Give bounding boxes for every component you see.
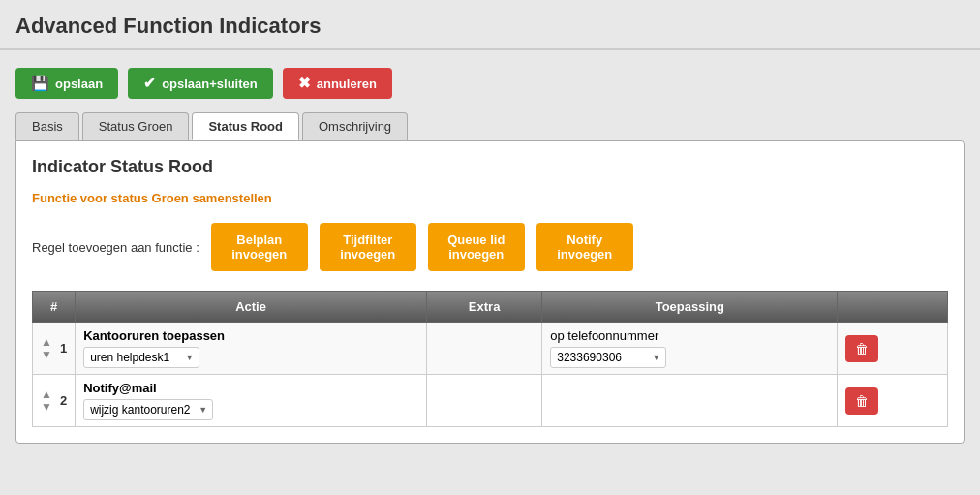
action-select-1[interactable]: uren helpdesk1 uren helpdesk2 [83,347,199,368]
row-number-1: 1 [60,341,67,356]
toepassing-cell-2 [542,375,838,427]
content-title: Indicator Status Rood [32,157,948,177]
tab-bar: Basis Status Groen Status Rood Omschrijv… [0,112,980,140]
table-row: ▲ ▼ 1 Kantooruren toepassen uren helpdes… [33,323,948,375]
tab-omschrijving[interactable]: Omschrijving [302,112,408,140]
col-header-num: # [33,292,76,323]
sort-up-icon[interactable]: ▲ [41,388,52,400]
tab-status-rood[interactable]: Status Rood [192,112,299,140]
save-button[interactable]: 💾 opslaan [15,68,118,99]
tab-basis[interactable]: Basis [15,112,79,140]
action-name-1: Kantooruren toepassen [83,328,418,343]
action-select-2[interactable]: wijzig kantooruren2 wijzig kantooruren3 [83,399,213,420]
sort-down-icon[interactable]: ▼ [41,349,52,360]
notify-invoegen-button[interactable]: Notifyinvoegen [536,223,633,271]
sort-arrows-1[interactable]: ▲ ▼ [41,336,52,360]
page-title: Advanced Function Indicators [15,14,965,39]
toepassing-select-wrapper-1: 3233690306 3233690307 [550,347,666,368]
action-name-2: Notify@mail [83,381,418,395]
cancel-icon: ✖ [298,75,311,92]
section-title: Functie voor status Groen samenstellen [32,191,948,205]
save-close-button[interactable]: ✔ opslaan+sluiten [128,68,273,99]
row-number-2: 2 [60,393,67,408]
cancel-button[interactable]: ✖ annuleren [283,68,392,99]
col-header-toepassing: Toepassing [542,292,838,323]
delete-button-1[interactable]: 🗑 [845,335,878,362]
extra-cell-1 [427,323,542,375]
sort-down-icon[interactable]: ▼ [41,401,52,413]
add-rule-row: Regel toevoegen aan functie : Belplaninv… [32,217,948,277]
queue-lid-invoegen-button[interactable]: Queue lidinvoegen [428,223,525,271]
action-select-wrapper-1: uren helpdesk1 uren helpdesk2 [83,347,199,368]
sort-up-icon[interactable]: ▲ [41,336,52,348]
save-icon: 💾 [31,75,49,92]
add-rule-label: Regel toevoegen aan functie : [32,240,199,255]
save-close-icon: ✔ [143,75,156,92]
action-select-wrapper-2: wijzig kantooruren2 wijzig kantooruren3 [83,399,213,420]
tijdfilter-invoegen-button[interactable]: Tijdfilterinvoegen [320,223,416,271]
sort-arrows-2[interactable]: ▲ ▼ [41,388,52,413]
row-num-sort-2: ▲ ▼ 2 [41,388,67,413]
toepassing-label-1: op telefoonnummer [550,328,829,343]
content-panel: Indicator Status Rood Functie voor statu… [15,140,965,444]
delete-button-2[interactable]: 🗑 [845,387,878,415]
tab-status-groen[interactable]: Status Groen [82,112,190,140]
table-header-row: # Actie Extra Toepassing [33,292,948,323]
col-header-actions [838,292,948,323]
extra-cell-2 [427,375,542,427]
rules-table: # Actie Extra Toepassing ▲ ▼ 1 [32,291,948,427]
col-header-actie: Actie [76,292,427,323]
belplan-invoegen-button[interactable]: Belplaninvoegen [211,223,308,271]
col-header-extra: Extra [427,292,542,323]
row-num-sort-1: ▲ ▼ 1 [41,336,67,360]
table-row: ▲ ▼ 2 Notify@mail wijzig kantooruren2 wi… [33,375,948,427]
toepassing-select-1[interactable]: 3233690306 3233690307 [550,347,666,368]
